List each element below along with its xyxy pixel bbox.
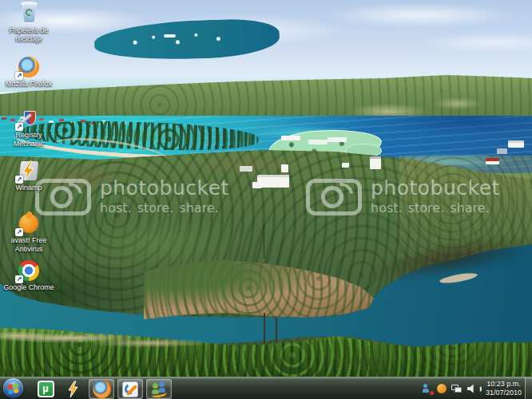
wallpaper-utility-pole xyxy=(264,224,264,259)
firefox-icon: ↗ xyxy=(17,55,41,79)
wallpaper-house xyxy=(240,166,252,172)
desktop-icon-recycle-bin[interactable]: Papelera de reciclaje xyxy=(2,2,55,43)
firefox-icon xyxy=(93,380,111,398)
taskbar-app-button[interactable] xyxy=(117,379,143,399)
desktop-icon-registry-mechanic[interactable]: ↗ Registry Mechanic xyxy=(2,106,55,148)
photobucket-watermark: photobucket host. store. share. xyxy=(35,179,229,215)
avast-tray-icon[interactable] xyxy=(437,384,447,393)
icon-label: Mozilla Firefox xyxy=(2,80,55,89)
taskbar-utorrent-button[interactable]: µ xyxy=(33,379,58,399)
taskbar-messenger-button[interactable] xyxy=(146,379,172,399)
chrome-icon: ↗ xyxy=(17,259,41,282)
clock-time: 10:23 p.m. xyxy=(486,380,522,389)
start-button[interactable] xyxy=(3,378,23,398)
swoosh-app-icon xyxy=(122,381,138,397)
volume-icon[interactable] xyxy=(467,385,479,393)
wallpaper: photobucket host. store. share. photobuc… xyxy=(0,0,532,399)
sailboat-mast xyxy=(264,313,265,350)
shortcut-arrow-icon: ↗ xyxy=(15,228,23,236)
taskbar-clock[interactable]: 10:23 p.m. 31/07/2010 xyxy=(484,380,523,397)
wallpaper-church xyxy=(370,156,381,169)
desktop-icon-avast[interactable]: ↗ avast! Free Antivirus xyxy=(2,211,55,253)
taskbar-winamp-button[interactable] xyxy=(61,379,86,399)
wallpaper-yacht xyxy=(164,34,176,38)
taskbar: µ xyxy=(0,377,532,399)
network-icon[interactable] xyxy=(451,385,463,393)
desktop-icon-chrome[interactable]: ↗ Google Chrome xyxy=(2,259,55,292)
wallpaper-house xyxy=(342,163,349,168)
live-messenger-icon xyxy=(150,381,168,398)
utorrent-icon: µ xyxy=(38,381,54,397)
wallpaper-shore-path xyxy=(0,327,209,353)
desktop: photobucket host. store. share. photobuc… xyxy=(0,0,532,399)
recycle-bin-icon xyxy=(17,2,41,26)
messenger-status-icon[interactable] xyxy=(423,384,432,394)
taskbar-firefox-button[interactable] xyxy=(89,379,114,399)
shortcut-arrow-icon: ↗ xyxy=(15,275,23,283)
icon-label: Winamp xyxy=(2,184,55,192)
desktop-icon-winamp[interactable]: ↗ Winamp xyxy=(2,159,55,192)
wallpaper-house xyxy=(486,158,499,164)
icon-label: Registry Mechanic xyxy=(2,131,55,148)
clock-date: 31/07/2010 xyxy=(486,389,522,397)
shortcut-arrow-icon: ↗ xyxy=(15,72,23,80)
watermark-title: photobucket xyxy=(100,179,229,198)
wallpaper-house xyxy=(497,148,507,154)
shortcut-arrow-icon: ↗ xyxy=(15,176,23,184)
wallpaper-house xyxy=(281,164,288,172)
wallpaper-house xyxy=(508,140,524,148)
icon-label: Google Chrome xyxy=(2,283,55,292)
watermark-title: photobucket xyxy=(371,179,500,198)
photobucket-camera-icon xyxy=(306,179,362,215)
wallpaper-resort-buildings xyxy=(281,136,300,140)
winamp-icon: ↗ xyxy=(17,159,41,183)
system-tray: 10:23 p.m. 31/07/2010 xyxy=(423,377,523,399)
icon-label: avast! Free Antivirus xyxy=(2,236,55,253)
winamp-icon xyxy=(65,381,82,398)
icon-label: Papelera de reciclaje xyxy=(2,26,55,43)
desktop-icon-firefox[interactable]: ↗ Mozilla Firefox xyxy=(2,55,55,89)
watermark-tagline: host. store. share. xyxy=(371,200,500,215)
wallpaper-white-house-wing xyxy=(252,182,262,188)
registry-mechanic-icon: ↗ xyxy=(17,106,41,130)
shortcut-arrow-icon: ↗ xyxy=(15,123,23,131)
watermark-tagline: host. store. share. xyxy=(100,200,229,215)
photobucket-watermark: photobucket host. store. share. xyxy=(306,179,500,215)
windows-flag-icon xyxy=(7,383,18,394)
show-desktop-button[interactable] xyxy=(525,377,532,399)
wallpaper-white-house xyxy=(257,175,289,188)
avast-icon: ↗ xyxy=(17,211,41,235)
